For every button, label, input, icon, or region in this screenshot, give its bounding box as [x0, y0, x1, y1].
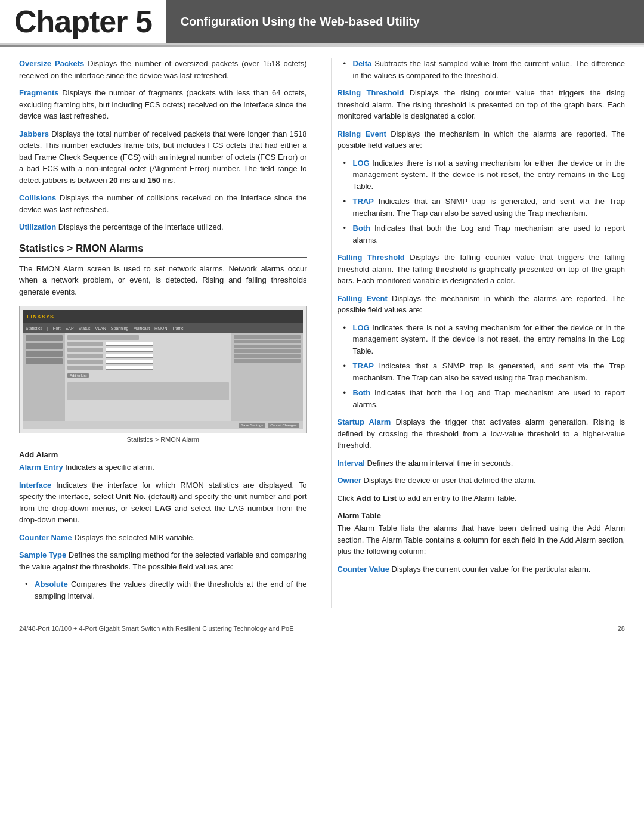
sim-label-2 [67, 348, 103, 352]
sim-input-2 [106, 348, 153, 352]
counter-name-term: Counter Name [19, 533, 72, 542]
sim-sidebar-item-1 [26, 335, 63, 341]
interface-term: Interface [19, 481, 51, 490]
fragments-term: Fragments [19, 88, 58, 97]
sim-main-area: Add to List [65, 333, 231, 421]
sim-label-4 [67, 360, 103, 364]
sim-right-line-3 [234, 345, 301, 348]
jabbers-para: Jabbers Displays the total number of rec… [19, 128, 307, 187]
sample-type-para: Sample Type Defines the sampling method … [19, 549, 307, 572]
sim-form-row-1 [67, 342, 229, 346]
left-column: Oversize Packets Displays the number of … [19, 58, 313, 608]
sim-label-1 [67, 342, 103, 346]
interval-term: Interval [338, 459, 365, 467]
sample-type-term: Sample Type [19, 550, 66, 559]
rmon-intro: The RMON Alarm screen is used to set net… [19, 263, 307, 298]
right-column: Delta Subtracts the last sampled value f… [331, 58, 626, 608]
sim-nav-sep1: | [47, 326, 48, 330]
both-rising-term: Both [353, 224, 371, 233]
interval-para: Interval Defines the alarm interval time… [338, 457, 626, 469]
counter-name-para: Counter Name Displays the selected MIB v… [19, 532, 307, 544]
sim-form-row-3 [67, 354, 229, 358]
sim-right-line-2 [234, 340, 301, 343]
sim-right-line-4 [234, 349, 301, 353]
falling-event-para: Falling Event Displays the mechanism in … [338, 293, 626, 316]
falling-event-bullets: LOG Indicates there is not a saving mech… [338, 322, 626, 411]
chapter-label-block: Chapter 5 [0, 0, 166, 43]
chapter-title-block: Configuration Using the Web-based Utilit… [166, 0, 644, 43]
add-to-list-text: Add to List [356, 494, 397, 503]
interface-para: Interface Indicates the interface for wh… [19, 479, 307, 526]
sim-label-5 [67, 366, 103, 370]
sim-right-line-5 [234, 354, 301, 358]
absolute-term: Absolute [35, 580, 68, 589]
screenshot-box: LINKSYS Statistics | Port EAP Status VLA… [19, 306, 307, 433]
sim-add-btn: Add to List [67, 373, 89, 378]
click-add-para: Click Add to List to add an entry to the… [338, 493, 626, 504]
sim-body: Add to List [23, 333, 303, 421]
sim-table [67, 382, 229, 400]
bullet-trap-falling: TRAP Indicates that a SNMP trap is gener… [343, 360, 626, 383]
fragments-para: Fragments Displays the number of fragmen… [19, 87, 307, 122]
rmon-alarms-heading: Statistics > RMON Alarms [19, 243, 307, 258]
page-footer: 24/48-Port 10/100 + 4-Port Gigabit Smart… [0, 620, 644, 637]
trap-falling-term: TRAP [353, 361, 374, 370]
sim-nav: Statistics | Port EAP Status VLAN Spanni… [23, 323, 303, 333]
oversize-packets-para: Oversize Packets Displays the number of … [19, 58, 307, 81]
sim-nav-item8: Traffic [172, 326, 183, 330]
footer-page-number: 28 [618, 625, 625, 632]
screenshot-inner: LINKSYS Statistics | Port EAP Status VLA… [23, 310, 303, 429]
log-rising-term: LOG [353, 159, 370, 168]
sim-right-line-6 [234, 359, 301, 363]
counter-value-para: Counter Value Displays the current count… [338, 563, 626, 575]
chapter-subtitle: Configuration Using the Web-based Utilit… [181, 15, 420, 29]
sim-nav-item6: Multicast [133, 326, 150, 330]
rising-event-term: Rising Event [338, 129, 386, 138]
owner-term: Owner [338, 476, 361, 485]
startup-alarm-para: Startup Alarm Displays the trigger that … [338, 416, 626, 451]
bullet-delta: Delta Subtracts the last sampled value f… [343, 58, 626, 81]
rising-threshold-para: Rising Threshold Displays the rising cou… [338, 87, 626, 122]
sim-input-4 [106, 360, 153, 364]
delta-bullet-list: Delta Subtracts the last sampled value f… [338, 58, 626, 81]
alarm-entry-term: Alarm Entry [19, 463, 63, 472]
bullet-log-rising: LOG Indicates there is not a saving mech… [343, 157, 626, 193]
jabbers-term: Jabbers [19, 129, 49, 138]
collisions-term: Collisions [19, 193, 56, 202]
sim-sidebar-item-4 [26, 358, 63, 364]
sim-right-panel [231, 333, 303, 421]
sim-header: LINKSYS [23, 310, 303, 323]
collisions-para: Collisions Displays the number of collis… [19, 192, 307, 215]
sim-logo: LINKSYS [27, 314, 54, 320]
sim-button-row: Add to List [67, 373, 229, 378]
bullet-trap-rising: TRAP Indicates that an SNMP trap is gene… [343, 196, 626, 219]
add-alarm-heading: Add Alarm [19, 450, 307, 459]
sim-nav-statistics: Statistics [26, 326, 42, 330]
bullet-both-falling: Both Indicates that both the Log and Tra… [343, 387, 626, 410]
alarm-entry-para: Alarm Entry Indicates a specific alarm. [19, 462, 307, 473]
page-header: Chapter 5 Configuration Using the Web-ba… [0, 0, 644, 45]
sim-label-3 [67, 354, 103, 358]
sim-input-5 [106, 366, 153, 370]
alarm-table-heading: Alarm Table [338, 511, 626, 520]
delta-term: Delta [353, 59, 372, 68]
trap-rising-term: TRAP [353, 197, 374, 206]
rising-threshold-term: Rising Threshold [338, 88, 404, 97]
sim-right-line-1 [234, 335, 301, 339]
bullet-both-rising: Both Indicates that both the Log and Tra… [343, 222, 626, 246]
counter-value-term: Counter Value [338, 565, 389, 574]
falling-threshold-para: Falling Threshold Displays the falling c… [338, 252, 626, 287]
utilization-para: Utilization Displays the percentage of t… [19, 221, 307, 233]
sim-form-row-4 [67, 360, 229, 364]
chapter-title: Chapter 5 [14, 6, 152, 37]
header-divider [0, 45, 644, 47]
sim-save-btn: Save Settings [239, 423, 265, 428]
sim-nav-item4: VLAN [95, 326, 106, 330]
rising-event-para: Rising Event Displays the mechanism in w… [338, 128, 626, 151]
footer-left: 24/48-Port 10/100 + 4-Port Gigabit Smart… [19, 625, 294, 632]
sim-input-3 [106, 354, 153, 358]
screenshot-caption: Statistics > RMON Alarm [19, 436, 307, 443]
alarm-table-intro: The Alarm Table lists the alarms that ha… [338, 522, 626, 558]
falling-threshold-term: Falling Threshold [338, 253, 405, 262]
bullet-absolute: Absolute Compares the values directly wi… [25, 578, 307, 602]
